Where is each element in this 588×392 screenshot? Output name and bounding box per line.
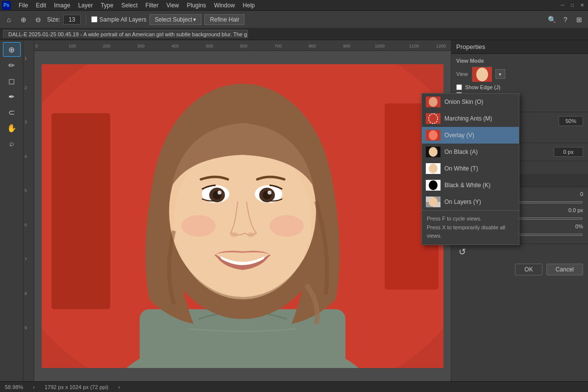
marching-ants-thumb (426, 113, 441, 124)
button-row: OK Cancel (451, 260, 588, 279)
view-thumbnail[interactable] (472, 67, 491, 81)
app-logo: Ps (2, 1, 11, 10)
dropdown-item-on-white[interactable]: On White (T) (422, 160, 519, 177)
view-mode-label: View Mode (456, 58, 583, 64)
smooth-value: 0 (559, 191, 583, 197)
svg-point-31 (429, 147, 438, 157)
menu-select[interactable]: Select (117, 1, 141, 10)
status-bar: 58.98% › 1792 px x 1024 px (72 ppi) › (0, 381, 588, 392)
ruler-top: 0 100 200 300 400 500 600 700 800 900 10… (34, 40, 451, 51)
svg-point-29 (429, 130, 438, 140)
menu-type[interactable]: Type (97, 1, 117, 10)
brush-size-button[interactable]: ⊕ (18, 14, 29, 25)
dropdown-item-on-black[interactable]: On Black (A) (422, 144, 519, 160)
refine-hair-button[interactable]: Refine Hair (204, 14, 245, 25)
zoom-level: 58.98% (5, 384, 23, 390)
on-layers-thumb (426, 196, 441, 207)
menu-edit[interactable]: Edit (32, 1, 50, 10)
view-dropdown-menu: Onion Skin (O) Marching Ants (M) Overlay… (421, 93, 519, 245)
svg-point-35 (429, 180, 438, 190)
svg-rect-2 (51, 113, 110, 309)
menu-layer[interactable]: Layer (74, 1, 97, 10)
image-canvas (42, 64, 443, 368)
onion-skin-thumb (426, 97, 441, 107)
svg-point-22 (476, 68, 488, 81)
minus-button[interactable]: ⊖ (32, 14, 44, 25)
show-edge-row: Show Edge (J) (456, 84, 583, 90)
dropdown-item-marching-ants[interactable]: Marching Ants (M) (422, 110, 519, 127)
expand-icon: › (118, 384, 120, 390)
portrait-svg (42, 64, 443, 368)
dropdown-item-black-white[interactable]: Black & White (K) (422, 177, 519, 194)
sample-all-layers-checkbox[interactable] (91, 16, 98, 23)
feather-value: 0.0 px (559, 207, 583, 213)
svg-point-40 (429, 197, 438, 207)
svg-point-12 (218, 191, 221, 195)
search-button[interactable]: 🔍 (546, 14, 558, 25)
svg-point-20 (270, 215, 304, 237)
ruler-left: 1 2 3 4 5 6 7 8 9 (24, 40, 34, 381)
dropdown-item-onion-skin[interactable]: Onion Skin (O) (422, 94, 519, 110)
select-subject-button[interactable]: Select Subject ▾ (149, 14, 202, 25)
layout-button[interactable]: ⊞ (573, 14, 585, 25)
quick-selection-tool[interactable]: ⊕ (3, 42, 21, 57)
zoom-tool[interactable]: ⌕ (3, 136, 21, 151)
svg-point-16 (268, 191, 271, 195)
on-black-thumb (426, 147, 441, 157)
undo-row: ↺ (451, 244, 588, 260)
svg-point-24 (429, 97, 438, 107)
ok-button[interactable]: OK (515, 264, 542, 275)
lasso-tool[interactable]: ⊂ (3, 105, 21, 120)
size-input[interactable] (63, 15, 81, 24)
svg-point-17 (230, 232, 238, 237)
menu-window[interactable]: Window (210, 1, 239, 10)
sample-all-layers-label[interactable]: Sample All Layers (91, 16, 147, 23)
menu-plugins[interactable]: Plugins (183, 1, 210, 10)
dropdown-hint: Press F to cycle views. Press X to tempo… (422, 210, 519, 245)
svg-point-19 (181, 215, 216, 237)
undo-button[interactable]: ↺ (456, 246, 468, 258)
tab-bar: DALL-E 2025-01-25 00.45.19 - A wide port… (0, 28, 588, 40)
menu-bar: Ps File Edit Image Layer Type Select Fil… (0, 0, 588, 11)
menu-filter[interactable]: Filter (142, 1, 163, 10)
black-white-thumb (426, 180, 441, 191)
view-dropdown-button[interactable]: ▾ (495, 69, 505, 79)
menu-file[interactable]: File (15, 1, 32, 10)
preview-input[interactable] (559, 116, 583, 126)
svg-point-33 (429, 164, 438, 173)
eraser-tool[interactable]: ◻ (3, 74, 21, 88)
maximize-button[interactable]: □ (568, 1, 576, 9)
show-edge-checkbox[interactable] (456, 84, 462, 90)
svg-point-18 (247, 232, 255, 237)
svg-rect-25 (426, 113, 441, 124)
menu-image[interactable]: Image (50, 1, 74, 10)
brush-tool[interactable]: ✏ (3, 58, 21, 73)
tab-filename: DALL-E 2025-01-25 00.45.19 - A wide port… (8, 31, 248, 37)
canvas-content (34, 51, 451, 381)
separator (86, 15, 86, 24)
dropdown-item-overlay[interactable]: Overlay (V) (422, 127, 519, 144)
cancel-button[interactable]: Cancel (546, 264, 583, 275)
menu-help[interactable]: Help (239, 1, 259, 10)
hand-tool[interactable]: ✋ (3, 121, 21, 135)
canvas-area[interactable]: 0 100 200 300 400 500 600 700 800 900 10… (24, 40, 451, 381)
toolbar: ⌂ ⊕ ⊖ Size: Sample All Layers Select Sub… (0, 11, 588, 28)
edge-radius-input[interactable] (554, 147, 583, 157)
image-dimensions: 1792 px x 1024 px (72 ppi) (45, 384, 108, 390)
menu-view[interactable]: View (162, 1, 183, 10)
show-edge-label: Show Edge (J) (465, 84, 500, 90)
pen-tool[interactable]: ✒ (3, 89, 21, 104)
view-mode-row: View ▾ (456, 67, 583, 81)
dropdown-item-on-layers[interactable]: On Layers (Y) (422, 194, 519, 210)
window-controls: ─ □ ✕ (559, 1, 586, 9)
panel-title: Properties (451, 40, 588, 54)
document-tab[interactable]: DALL-E 2025-01-25 00.45.19 - A wide port… (3, 30, 248, 38)
overlay-thumb (426, 130, 441, 141)
on-white-thumb (426, 163, 441, 174)
home-button[interactable]: ⌂ (3, 14, 15, 25)
help-button[interactable]: ? (560, 14, 571, 25)
arrow-icon: › (33, 384, 35, 390)
toolbar-right: 🔍 ? ⊞ (546, 14, 585, 25)
close-button[interactable]: ✕ (578, 1, 586, 9)
minimize-button[interactable]: ─ (559, 1, 566, 9)
